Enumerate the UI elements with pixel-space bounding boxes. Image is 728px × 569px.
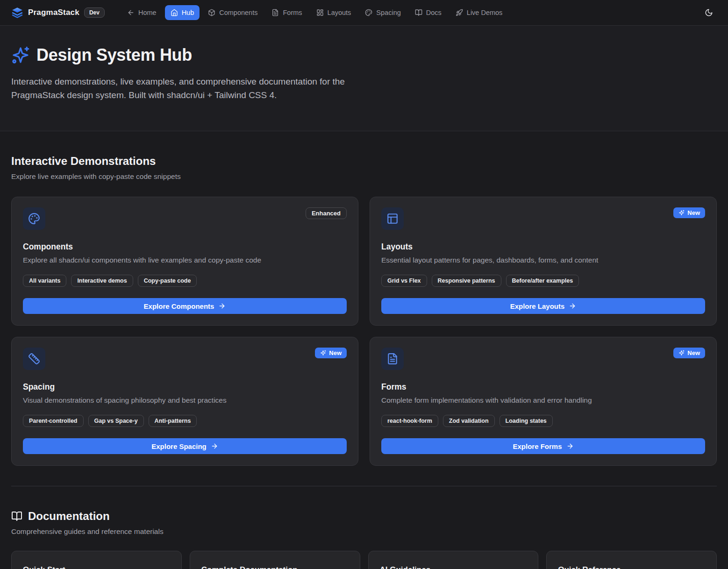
palette-icon (365, 9, 372, 16)
tag: Zod validation (443, 415, 495, 427)
doc-card-title: AI Guidelines (380, 565, 527, 569)
arrow-right-icon (211, 442, 218, 450)
tag: Gap vs Space-y (88, 415, 144, 427)
hero: Design System Hub Interactive demonstrat… (0, 26, 728, 131)
sparkles-icon (678, 210, 685, 216)
card-description: Visual demonstrations of spacing philoso… (23, 396, 347, 405)
card-title: Forms (381, 382, 705, 392)
book-open-icon (11, 511, 22, 522)
tag: Loading states (500, 415, 553, 427)
dev-badge: Dev (84, 7, 105, 18)
tag: Grid vs Flex (381, 275, 427, 287)
demo-card-forms: New Forms Complete form implementations … (370, 337, 717, 466)
nav-item-live-demos[interactable]: Live Demos (450, 5, 508, 20)
sparkles-icon (320, 350, 326, 356)
book-open-icon (415, 9, 422, 16)
components-icon-tile (23, 207, 45, 230)
doc-card-quick-start[interactable]: Quick Start 5-minute crash course (11, 551, 182, 569)
file-text-icon (386, 353, 399, 365)
layout-dashboard-icon (316, 9, 324, 16)
card-description: Complete form implementations with valid… (381, 396, 705, 405)
page-title: Design System Hub (36, 45, 192, 65)
doc-card-complete-documentation[interactable]: Complete Documentation Full design syste… (190, 551, 360, 569)
enhanced-badge: Enhanced (306, 207, 347, 219)
arrow-right-icon (569, 302, 576, 310)
rocket-icon (456, 9, 463, 16)
brand-name: PragmaStack (28, 8, 79, 17)
explore-forms-button[interactable]: Explore Forms (381, 438, 705, 454)
brand[interactable]: PragmaStack Dev (11, 7, 105, 19)
nav-item-components[interactable]: Components (202, 5, 263, 20)
doc-card-title: Quick Reference (558, 565, 705, 569)
tag: Anti-patterns (149, 415, 197, 427)
tag-row: react-hook-form Zod validation Loading s… (381, 415, 705, 427)
tag-row: Grid vs Flex Responsive patterns Before/… (381, 275, 705, 287)
demo-card-layouts: New Layouts Essential layout patterns fo… (370, 197, 717, 326)
file-text-icon (271, 9, 279, 16)
doc-card-title: Quick Start (23, 565, 170, 569)
main-content: Interactive Demonstrations Explore live … (0, 155, 728, 569)
demos-subheading: Explore live examples with copy-paste co… (11, 172, 717, 181)
tag: Before/after examples (506, 275, 579, 287)
layouts-icon-tile (381, 207, 404, 230)
home-icon (171, 9, 178, 16)
card-description: Explore all shadcn/ui components with li… (23, 256, 347, 264)
tag: Copy-paste code (138, 275, 197, 287)
card-description: Essential layout patterns for pages, das… (381, 256, 705, 264)
doc-card-title: Complete Documentation (201, 565, 349, 569)
main-nav: Home Hub Components Forms Layouts Spacin… (121, 5, 508, 20)
doc-card-ai-guidelines[interactable]: AI Guidelines Rules for AI code generati… (368, 551, 539, 569)
tag: Responsive patterns (432, 275, 501, 287)
nav-item-hub[interactable]: Hub (165, 5, 200, 20)
explore-spacing-button[interactable]: Explore Spacing (23, 438, 347, 454)
topbar: PragmaStack Dev Home Hub Components Form… (0, 0, 728, 26)
ruler-icon (28, 353, 40, 365)
doc-card-grid: Quick Start 5-minute crash course Comple… (11, 551, 717, 569)
layout-template-icon (386, 213, 399, 225)
nav-item-spacing[interactable]: Spacing (359, 5, 406, 20)
theme-toggle-button[interactable] (701, 5, 717, 21)
new-badge: New (673, 348, 705, 358)
arrow-right-icon (218, 302, 226, 310)
forms-icon-tile (381, 348, 404, 370)
doc-card-quick-reference[interactable]: Quick Reference Cheat sheet for lookups (546, 551, 717, 569)
docs-subheading: Comprehensive guides and reference mater… (11, 527, 717, 536)
page-subtitle: Interactive demonstrations, live example… (11, 75, 359, 102)
demos-heading: Interactive Demonstrations (11, 155, 717, 168)
moon-icon (705, 8, 713, 17)
new-badge: New (673, 207, 705, 218)
nav-item-docs[interactable]: Docs (409, 5, 447, 20)
tag: All variants (23, 275, 66, 287)
docs-heading: Documentation (11, 510, 717, 523)
card-title: Spacing (23, 382, 347, 392)
nav-item-layouts[interactable]: Layouts (311, 5, 357, 20)
tag-row: Parent-controlled Gap vs Space-y Anti-pa… (23, 415, 347, 427)
section-divider (11, 486, 717, 486)
palette-icon (28, 213, 40, 225)
demo-card-spacing: New Spacing Visual demonstrations of spa… (11, 337, 358, 466)
tag: Interactive demos (71, 275, 133, 287)
tag: Parent-controlled (23, 415, 84, 427)
new-badge: New (315, 348, 347, 358)
layers-logo-icon (11, 7, 23, 19)
nav-item-home[interactable]: Home (121, 5, 162, 20)
tag: react-hook-form (381, 415, 438, 427)
nav-item-forms[interactable]: Forms (266, 5, 307, 20)
card-title: Components (23, 242, 347, 252)
explore-components-button[interactable]: Explore Components (23, 298, 347, 314)
spacing-icon-tile (23, 348, 45, 370)
sparkles-icon (11, 46, 30, 64)
explore-layouts-button[interactable]: Explore Layouts (381, 298, 705, 314)
card-title: Layouts (381, 242, 705, 252)
arrow-right-icon (566, 442, 574, 450)
tag-row: All variants Interactive demos Copy-past… (23, 275, 347, 287)
arrow-left-icon (127, 9, 135, 16)
box-icon (208, 9, 215, 16)
sparkles-icon (678, 350, 685, 356)
demo-card-components: Enhanced Components Explore all shadcn/u… (11, 197, 358, 326)
demo-card-grid: Enhanced Components Explore all shadcn/u… (11, 197, 717, 466)
docs-section-head: Documentation Comprehensive guides and r… (11, 510, 717, 536)
demos-section-head: Interactive Demonstrations Explore live … (11, 155, 717, 181)
